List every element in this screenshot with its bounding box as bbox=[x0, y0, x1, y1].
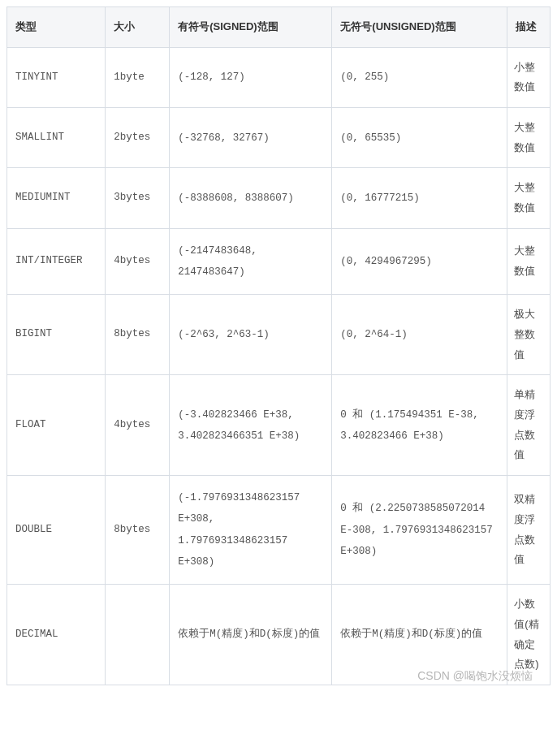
cell-desc: 双精度浮点数值 bbox=[507, 476, 551, 585]
cell-signed: (-32768, 32767) bbox=[170, 108, 332, 168]
cell-size: 4bytes bbox=[106, 228, 170, 295]
cell-type: BIGINT bbox=[7, 295, 106, 375]
header-unsigned: 无符号(UNSIGNED)范围 bbox=[332, 7, 507, 48]
cell-size: 8bytes bbox=[106, 295, 170, 375]
cell-unsigned: (0, 255) bbox=[332, 47, 507, 107]
cell-signed: (-8388608, 8388607) bbox=[170, 168, 332, 228]
table-row: BIGINT 8bytes (-2^63, 2^63-1) (0, 2^64-1… bbox=[7, 295, 551, 375]
cell-size: 3bytes bbox=[106, 168, 170, 228]
cell-type: TINYINT bbox=[7, 47, 106, 107]
cell-size: 4bytes bbox=[106, 375, 170, 476]
cell-desc: 大整数值 bbox=[507, 168, 551, 228]
cell-size: 2bytes bbox=[106, 108, 170, 168]
cell-type: INT/INTEGER bbox=[7, 228, 106, 295]
data-types-table: 类型 大小 有符号(SIGNED)范围 无符号(UNSIGNED)范围 描述 T… bbox=[6, 6, 551, 685]
table-row: DECIMAL 依赖于M(精度)和D(标度)的值 依赖于M(精度)和D(标度)的… bbox=[7, 585, 551, 685]
table-row: SMALLINT 2bytes (-32768, 32767) (0, 6553… bbox=[7, 108, 551, 168]
header-size: 大小 bbox=[106, 7, 170, 48]
cell-unsigned: 0 和 (1.175494351 E-38, 3.402823466 E+38) bbox=[332, 375, 507, 476]
cell-unsigned: (0, 4294967295) bbox=[332, 228, 507, 295]
cell-size: 8bytes bbox=[106, 476, 170, 585]
cell-signed: (-2^63, 2^63-1) bbox=[170, 295, 332, 375]
header-desc: 描述 bbox=[507, 7, 551, 48]
cell-unsigned: (0, 2^64-1) bbox=[332, 295, 507, 375]
cell-signed: (-3.402823466 E+38, 3.402823466351 E+38) bbox=[170, 375, 332, 476]
table-header-row: 类型 大小 有符号(SIGNED)范围 无符号(UNSIGNED)范围 描述 bbox=[7, 7, 551, 48]
cell-signed: (-1.7976931348623157 E+308, 1.7976931348… bbox=[170, 476, 332, 585]
cell-size: 1byte bbox=[106, 47, 170, 107]
cell-desc: 小整数值 bbox=[507, 47, 551, 107]
header-signed: 有符号(SIGNED)范围 bbox=[170, 7, 332, 48]
cell-type: MEDIUMINT bbox=[7, 168, 106, 228]
cell-type: DOUBLE bbox=[7, 476, 106, 585]
cell-unsigned: 0 和 (2.2250738585072014 E-308, 1.7976931… bbox=[332, 476, 507, 585]
table-row: FLOAT 4bytes (-3.402823466 E+38, 3.40282… bbox=[7, 375, 551, 476]
cell-desc: 大整数值 bbox=[507, 108, 551, 168]
table-row: TINYINT 1byte (-128, 127) (0, 255) 小整数值 bbox=[7, 47, 551, 107]
cell-type: SMALLINT bbox=[7, 108, 106, 168]
table-body: TINYINT 1byte (-128, 127) (0, 255) 小整数值 … bbox=[7, 47, 551, 685]
cell-signed: (-2147483648, 2147483647) bbox=[170, 228, 332, 295]
cell-desc: 极大整数值 bbox=[507, 295, 551, 375]
cell-signed: 依赖于M(精度)和D(标度)的值 bbox=[170, 585, 332, 685]
table-row: MEDIUMINT 3bytes (-8388608, 8388607) (0,… bbox=[7, 168, 551, 228]
header-type: 类型 bbox=[7, 7, 106, 48]
cell-desc: 大整数值 bbox=[507, 228, 551, 295]
cell-signed: (-128, 127) bbox=[170, 47, 332, 107]
cell-unsigned: (0, 65535) bbox=[332, 108, 507, 168]
cell-unsigned: (0, 16777215) bbox=[332, 168, 507, 228]
cell-unsigned: 依赖于M(精度)和D(标度)的值 bbox=[332, 585, 507, 685]
cell-desc: 小数值(精确定点数) bbox=[507, 585, 551, 685]
cell-type: FLOAT bbox=[7, 375, 106, 476]
cell-type: DECIMAL bbox=[7, 585, 106, 685]
table-row: DOUBLE 8bytes (-1.7976931348623157 E+308… bbox=[7, 476, 551, 585]
cell-size bbox=[106, 585, 170, 685]
cell-desc: 单精度浮点数值 bbox=[507, 375, 551, 476]
table-row: INT/INTEGER 4bytes (-2147483648, 2147483… bbox=[7, 228, 551, 295]
